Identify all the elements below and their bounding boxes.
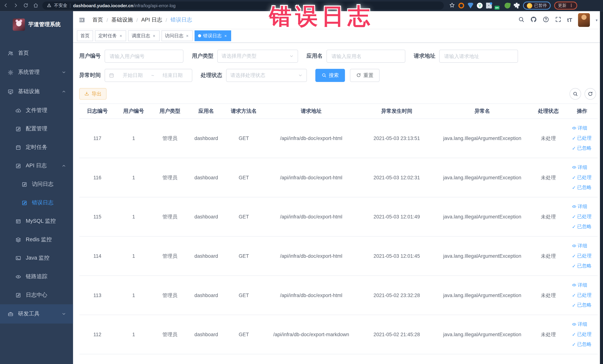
detail-link[interactable]: 详细 xyxy=(572,125,587,131)
chevron-down-icon xyxy=(61,70,66,75)
tab-schedule-log[interactable]: 调度日志× xyxy=(128,30,160,41)
detail-link[interactable]: 详细 xyxy=(572,321,587,328)
cell-status: 未处理 xyxy=(530,158,567,197)
tab-access-log[interactable]: 访问日志× xyxy=(162,30,193,41)
sidebar-item-mysql-monitor[interactable]: MySQL 监控 xyxy=(0,212,73,231)
tab-home[interactable]: 首页 xyxy=(77,30,93,41)
puzzle-extension-icon[interactable] xyxy=(514,3,520,9)
processed-link[interactable]: ✓已处理 xyxy=(572,253,591,259)
detail-link[interactable]: 详细 xyxy=(572,203,587,210)
breadcrumb-item[interactable]: 首页 xyxy=(92,16,103,23)
bookmark-star-icon[interactable] xyxy=(449,2,455,9)
processed-link[interactable]: ✓已处理 xyxy=(572,213,591,220)
sidebar-item-redis-monitor[interactable]: Redis 监控 xyxy=(0,231,73,249)
address-bar[interactable]: 不安全 dashboard.yudao.iocoder.cn/infra/log… xyxy=(42,1,444,10)
processed-link[interactable]: ✓已处理 xyxy=(572,331,591,338)
sidebar-item-file-management[interactable]: 文件管理 xyxy=(0,101,73,120)
log-icon xyxy=(22,200,28,206)
check-icon: ✓ xyxy=(572,293,576,298)
logo-image xyxy=(12,19,25,31)
sidebar-item-config-management[interactable]: 配置管理 xyxy=(0,120,73,138)
process-status-select[interactable]: 请选择处理状态 xyxy=(226,69,307,82)
close-icon[interactable]: × xyxy=(119,34,123,38)
fullscreen-icon[interactable] xyxy=(555,16,561,24)
grid-extension-icon[interactable] xyxy=(486,3,492,9)
processed-link[interactable]: ✓已处理 xyxy=(572,292,591,299)
user-avatar[interactable] xyxy=(578,13,590,27)
sidebar-item-system-management[interactable]: 系统管理 xyxy=(0,63,73,82)
close-icon[interactable]: × xyxy=(223,34,228,38)
ignored-link[interactable]: ✓已忽略 xyxy=(572,184,591,191)
text-size-icon[interactable]: tT xyxy=(567,17,572,23)
app-logo[interactable]: 芋道管理系统 xyxy=(0,11,73,36)
switch-on-extension-icon[interactable]: on xyxy=(495,3,501,9)
help-icon[interactable] xyxy=(543,16,549,24)
browser-update-button[interactable]: 更新 ⋮ xyxy=(554,1,577,10)
search-button[interactable]: 搜索 xyxy=(315,69,345,82)
exception-time-range-picker[interactable]: 开始日期 ~ 结束日期 xyxy=(104,69,192,82)
detail-link[interactable]: 详细 xyxy=(572,282,587,289)
chevron-down-icon[interactable]: ▾ xyxy=(596,18,598,22)
check-icon: ✓ xyxy=(572,175,576,180)
check-icon: ✓ xyxy=(572,341,576,347)
browser-forward-icon[interactable] xyxy=(13,3,19,9)
user-type-select[interactable]: 请选择用户类型 xyxy=(217,50,298,63)
sidebar-item-java-monitor[interactable]: Java 监控 xyxy=(0,249,73,267)
export-button[interactable]: 导出 xyxy=(79,88,106,100)
hamburger-icon[interactable] xyxy=(78,16,85,23)
page-scrollbar[interactable] xyxy=(600,11,603,364)
close-icon[interactable]: × xyxy=(185,34,189,38)
orange-ring-extension-icon[interactable] xyxy=(458,3,464,9)
sidebar-item-dev-tools[interactable]: 研发工具 xyxy=(0,304,73,324)
green-leaf-extension-icon[interactable] xyxy=(504,2,511,9)
ignored-link[interactable]: ✓已忽略 xyxy=(572,145,591,152)
terminal-icon xyxy=(15,255,22,261)
detail-link[interactable]: 详细 xyxy=(572,243,587,249)
reset-button[interactable]: 重置 xyxy=(350,69,380,82)
blue-shield-extension-icon[interactable] xyxy=(468,3,474,9)
user-type-label: 用户类型 xyxy=(192,53,213,59)
sidebar-item-log-center[interactable]: 日志中心 xyxy=(0,286,73,304)
sidebar-item-error-log[interactable]: 错误日志 xyxy=(0,194,73,212)
breadcrumb-item[interactable]: 错误日志 xyxy=(171,16,192,23)
column-header: 请求方法名 xyxy=(224,104,263,119)
check-icon: ✓ xyxy=(572,185,576,190)
column-header: 处理状态 xyxy=(530,104,567,119)
sidebar-item-trace[interactable]: 链路追踪 xyxy=(0,267,73,286)
profile-paused-badge[interactable]: 已暂停 xyxy=(523,1,551,10)
vue-devtools-icon[interactable]: V xyxy=(477,3,483,9)
ignored-link[interactable]: ✓已忽略 xyxy=(572,341,591,348)
search-icon[interactable] xyxy=(518,16,524,24)
browser-menu-icon[interactable]: ⋮ xyxy=(569,3,573,8)
content-area: 用户编号 用户类型 请选择用户类型 应用名 xyxy=(73,43,603,354)
cell-app-name: dashboard xyxy=(188,276,224,315)
breadcrumb-item[interactable]: API 日志 xyxy=(141,16,162,23)
processed-link[interactable]: ✓已处理 xyxy=(572,174,591,181)
sidebar-item-api-log[interactable]: API 日志 xyxy=(0,156,73,175)
table-body: 1171管理员dashboardGET/api/infra/db-doc/exp… xyxy=(79,119,598,354)
browser-home-icon[interactable] xyxy=(33,3,38,9)
ignored-link[interactable]: ✓已忽略 xyxy=(572,263,591,269)
sidebar-item-home[interactable]: 首页 xyxy=(0,43,73,63)
browser-back-icon[interactable] xyxy=(3,3,9,9)
tab-scheduled-tasks[interactable]: 定时任务× xyxy=(95,30,126,41)
user-id-input[interactable] xyxy=(104,50,183,63)
refresh-table-button[interactable] xyxy=(584,88,596,100)
ignored-link[interactable]: ✓已忽略 xyxy=(572,223,591,230)
breadcrumb-item[interactable]: 基础设施 xyxy=(111,16,133,23)
close-icon[interactable]: × xyxy=(152,34,156,38)
request-url-input[interactable] xyxy=(439,50,518,63)
toggle-search-button[interactable] xyxy=(570,88,581,100)
sidebar-item-infrastructure[interactable]: 基础设施 xyxy=(0,82,73,101)
processed-link[interactable]: ✓已处理 xyxy=(572,135,591,141)
column-header: 日志编号 xyxy=(79,104,116,119)
sidebar-item-access-log[interactable]: 访问日志 xyxy=(0,175,73,194)
ignored-link[interactable]: ✓已忽略 xyxy=(572,302,591,309)
app-name-input[interactable] xyxy=(326,50,405,63)
detail-link[interactable]: 详细 xyxy=(572,164,587,171)
chevron-up-icon xyxy=(61,164,66,168)
sidebar-item-scheduled-tasks[interactable]: 定时任务 xyxy=(0,138,73,157)
browser-refresh-icon[interactable] xyxy=(23,3,28,9)
github-icon[interactable] xyxy=(530,16,537,24)
tab-error-log[interactable]: 错误日志× xyxy=(195,30,231,41)
